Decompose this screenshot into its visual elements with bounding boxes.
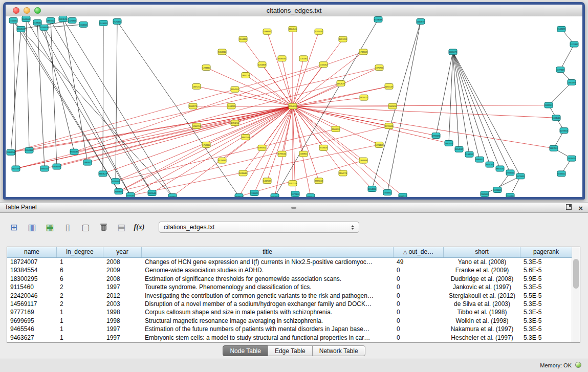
network-node[interactable]: 1610472 bbox=[360, 95, 368, 100]
network-window[interactable]: citations_edges.txt 21606509046554818904… bbox=[3, 2, 585, 200]
network-node[interactable]: 1165262 bbox=[319, 62, 328, 68]
network-edge[interactable] bbox=[485, 176, 520, 194]
network-node[interactable]: 1540281 bbox=[332, 126, 340, 132]
table-row[interactable]: 977716911998Corpus callosum shape and si… bbox=[7, 308, 572, 316]
network-edge[interactable] bbox=[293, 83, 341, 106]
network-node[interactable]: 1132081 bbox=[299, 56, 308, 61]
network-node[interactable]: 1668479 bbox=[449, 49, 458, 55]
network-edge[interactable] bbox=[560, 45, 574, 70]
network-node[interactable]: 2560509 bbox=[17, 26, 26, 32]
network-node[interactable]: 1084514 bbox=[552, 115, 561, 121]
network-node[interactable]: 2013570 bbox=[59, 16, 68, 21]
network-edge[interactable] bbox=[11, 29, 21, 152]
network-node[interactable]: 2945012 bbox=[506, 170, 514, 176]
network-node[interactable]: 1753210 bbox=[231, 120, 239, 126]
network-canvas[interactable]: 2160650904655481890441857304201357025605… bbox=[6, 16, 582, 197]
vertical-scrollbar[interactable] bbox=[572, 247, 580, 342]
network-node[interactable]: 1071035 bbox=[516, 173, 525, 179]
network-edge[interactable] bbox=[16, 83, 341, 169]
network-edge[interactable] bbox=[436, 52, 453, 136]
close-panel-icon[interactable]: × bbox=[578, 204, 583, 212]
network-node[interactable]: 9463627 bbox=[99, 171, 107, 177]
network-node[interactable]: 2150913 bbox=[40, 25, 49, 30]
network-edge[interactable] bbox=[63, 19, 88, 163]
network-node[interactable]: 8894452 bbox=[475, 157, 484, 162]
window-titlebar[interactable]: citations_edges.txt bbox=[6, 5, 582, 17]
column-chooser-icon[interactable]: ▥ bbox=[25, 221, 38, 234]
table-row[interactable]: 2242004622012Investigating the contribut… bbox=[7, 292, 572, 300]
network-node[interactable]: 1664201 bbox=[79, 21, 88, 27]
network-node[interactable]: 1163251 bbox=[227, 103, 235, 109]
network-node[interactable]: 1197349 bbox=[556, 67, 564, 73]
network-edge[interactable] bbox=[549, 82, 572, 105]
network-node[interactable]: 1221397 bbox=[570, 41, 578, 47]
network-node[interactable]: 9614203 bbox=[486, 162, 494, 167]
network-node[interactable]: 2945088 bbox=[481, 191, 489, 197]
network-node[interactable]: 9943105 bbox=[242, 135, 250, 140]
network-node[interactable]: 1104274 bbox=[339, 170, 347, 176]
network-edge[interactable] bbox=[44, 28, 74, 152]
network-node[interactable]: 1635540 bbox=[239, 170, 248, 176]
network-node[interactable]: 1205492 bbox=[315, 29, 323, 34]
network-node[interactable]: 9985632 bbox=[315, 178, 323, 184]
network-node[interactable]: 1099431 bbox=[263, 29, 272, 34]
network-node[interactable]: 1560423 bbox=[307, 194, 315, 197]
network-node[interactable]: 9245022 bbox=[557, 171, 565, 177]
network-node[interactable]: 2051364 bbox=[25, 147, 34, 153]
network-edge[interactable] bbox=[63, 19, 172, 196]
table-row[interactable]: 969969511998Structural magnetic resonanc… bbox=[7, 317, 572, 325]
import-table-icon[interactable]: ▤ bbox=[115, 221, 128, 234]
splitter-handle-icon[interactable] bbox=[291, 207, 296, 209]
network-node[interactable]: 1752364 bbox=[202, 142, 211, 147]
tab-edge-table[interactable]: Edge Table bbox=[268, 345, 313, 356]
network-node[interactable]: 1724096 bbox=[289, 103, 297, 109]
network-node[interactable]: 1875751 bbox=[375, 65, 384, 71]
table-row[interactable]: 946362711997Embryonic stem cells: a mode… bbox=[7, 334, 572, 342]
create-column-icon[interactable]: ▢ bbox=[79, 221, 92, 234]
network-node[interactable]: 9841520 bbox=[496, 166, 505, 171]
edit-table-icon[interactable]: ▦ bbox=[43, 221, 56, 234]
network-node[interactable]: 1194147 bbox=[385, 83, 393, 89]
network-edge[interactable] bbox=[116, 21, 117, 181]
network-edge[interactable] bbox=[267, 106, 293, 181]
column-header-in_degree[interactable]: in_degree bbox=[57, 247, 103, 257]
network-node[interactable]: 2242004 bbox=[271, 194, 279, 197]
network-node[interactable]: 9213405 bbox=[319, 145, 328, 150]
network-node[interactable]: 2160650 bbox=[9, 17, 18, 23]
row-tools-icon[interactable]: ▯ bbox=[61, 221, 74, 234]
network-node[interactable]: 9515013 bbox=[99, 20, 108, 26]
network-node[interactable]: 9777169 bbox=[126, 193, 135, 197]
network-node[interactable]: 1260753 bbox=[192, 123, 201, 129]
network-node[interactable]: 1748508 bbox=[359, 49, 368, 55]
network-node[interactable]: 8189044 bbox=[33, 19, 42, 25]
network-node[interactable]: 1221409 bbox=[375, 142, 384, 147]
network-edge[interactable] bbox=[453, 52, 510, 172]
network-node[interactable]: 1085312 bbox=[258, 145, 266, 150]
network-node[interactable]: 1451469 bbox=[568, 79, 576, 85]
network-edge[interactable] bbox=[29, 106, 293, 150]
network-node[interactable]: 1664878 bbox=[417, 18, 425, 24]
column-header-pagerank[interactable]: pagerank bbox=[520, 247, 572, 257]
table-row[interactable]: 946554611997Estimation of the future num… bbox=[7, 325, 572, 333]
tab-node-table[interactable]: Node Table bbox=[223, 345, 268, 356]
network-edge[interactable] bbox=[13, 20, 172, 196]
network-node[interactable]: 9465546 bbox=[148, 190, 157, 196]
scrollbar-thumb[interactable] bbox=[573, 259, 579, 289]
network-node[interactable]: 1164420 bbox=[239, 36, 247, 42]
network-edge[interactable] bbox=[117, 21, 239, 196]
network-node[interactable]: 1633941 bbox=[299, 151, 308, 157]
column-header-year[interactable]: year bbox=[103, 247, 142, 257]
network-node[interactable]: 1008973 bbox=[189, 103, 198, 109]
network-node[interactable]: 1854137 bbox=[455, 146, 463, 152]
network-edge[interactable] bbox=[44, 25, 83, 28]
network-node[interactable]: 1501630 bbox=[388, 103, 397, 109]
network-node[interactable]: 9115460 bbox=[112, 179, 120, 184]
network-edge[interactable] bbox=[103, 23, 103, 173]
network-node[interactable]: 1320865 bbox=[68, 17, 77, 23]
network-node[interactable]: 1204880 bbox=[368, 186, 377, 192]
network-edge[interactable] bbox=[51, 20, 152, 193]
network-node[interactable]: 1980542 bbox=[83, 160, 92, 165]
float-panel-icon[interactable] bbox=[566, 204, 572, 210]
network-node[interactable]: 1456911 bbox=[168, 194, 177, 197]
network-node[interactable]: 9770341 bbox=[385, 123, 394, 129]
